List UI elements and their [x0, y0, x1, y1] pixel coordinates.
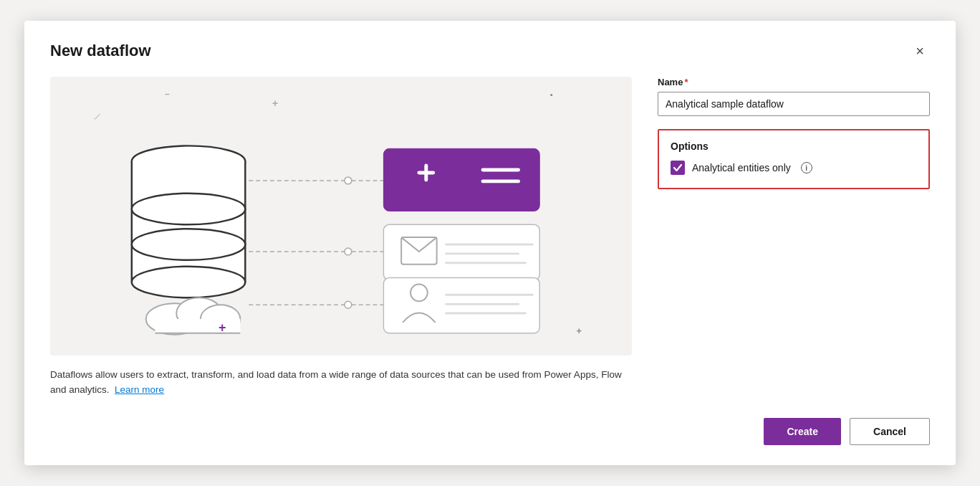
name-input[interactable]: [658, 92, 930, 116]
svg-rect-10: [155, 319, 241, 333]
dialog-header: New dataflow ×: [50, 41, 930, 61]
dialog-body: – + + ▪ + —: [50, 77, 930, 398]
svg-point-4: [132, 194, 245, 225]
analytical-entities-label: Analytical entities only: [692, 162, 791, 173]
deco-dash-1: –: [165, 90, 170, 98]
svg-point-5: [132, 229, 245, 260]
info-icon[interactable]: i: [801, 162, 812, 173]
svg-rect-31: [383, 278, 539, 333]
deco-dot: ▪: [550, 91, 553, 99]
cancel-button[interactable]: Cancel: [850, 418, 930, 445]
description-text: Dataflows allow users to extract, transf…: [50, 367, 632, 398]
svg-point-19: [345, 301, 352, 308]
svg-point-6: [132, 267, 245, 298]
right-panel: Name* Options Analytical entities only i: [658, 77, 930, 398]
left-panel: – + + ▪ + —: [50, 77, 632, 398]
deco-plus-3: +: [576, 326, 582, 335]
new-dataflow-dialog: New dataflow × – + + ▪ + —: [24, 21, 956, 465]
dialog-footer: Create Cancel: [50, 418, 930, 445]
create-button[interactable]: Create: [764, 418, 841, 445]
svg-rect-26: [383, 224, 539, 280]
illustration-area: – + + ▪ + —: [50, 77, 632, 356]
svg-point-13: [345, 177, 352, 184]
options-title: Options: [671, 140, 917, 152]
name-label: Name*: [658, 77, 930, 87]
deco-plus-2: +: [218, 321, 226, 334]
illustration-svg: [50, 77, 632, 356]
dialog-title: New dataflow: [50, 42, 151, 60]
analytical-entities-checkbox[interactable]: [671, 161, 685, 175]
svg-point-16: [345, 248, 352, 255]
checkbox-row: Analytical entities only i: [671, 161, 917, 175]
close-button[interactable]: ×: [910, 41, 930, 61]
options-box: Options Analytical entities only i: [658, 129, 930, 189]
required-star: *: [684, 77, 688, 87]
learn-more-link[interactable]: Learn more: [115, 384, 164, 395]
deco-plus-1: +: [272, 98, 278, 108]
